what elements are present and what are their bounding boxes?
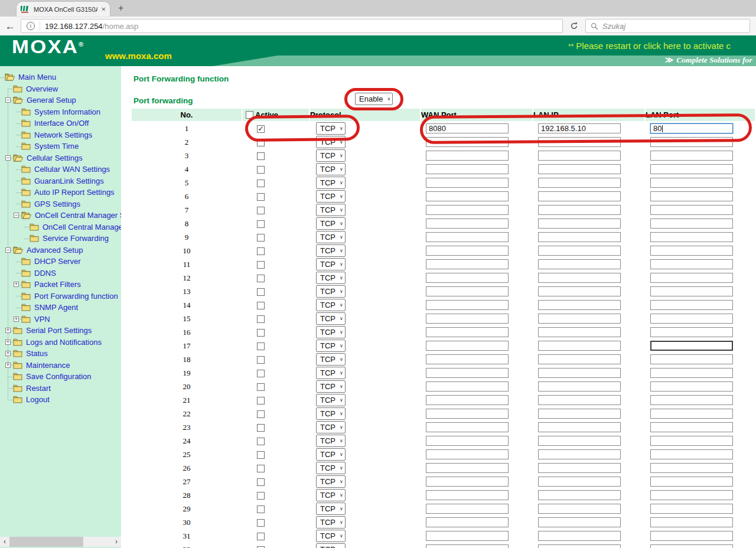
active-checkbox-27[interactable] [257, 478, 265, 486]
sidebar-item-interface-on-off[interactable]: Interface On/Off [0, 118, 121, 129]
sidebar-item-snmp-agent[interactable]: SNMP Agent [0, 302, 121, 314]
port-forwarding-enable-select[interactable]: Enable∨ [355, 93, 393, 105]
protocol-select-10[interactable]: TCP∨ [316, 244, 346, 257]
lan-port-input-11[interactable] [650, 259, 733, 269]
lan-ip-input-27[interactable] [538, 477, 621, 487]
wan-port-input-18[interactable] [426, 354, 509, 364]
wan-port-input-2[interactable] [426, 137, 509, 147]
lan-ip-input-30[interactable] [538, 517, 621, 527]
scrollbar-thumb[interactable] [9, 537, 83, 547]
wan-port-input-24[interactable] [426, 436, 509, 446]
search-input[interactable]: Szukaj [585, 19, 750, 33]
wan-port-input-12[interactable] [426, 273, 509, 283]
lan-port-input-25[interactable] [650, 449, 733, 459]
sidebar-item-status[interactable]: +Status [0, 348, 121, 360]
wan-port-input-10[interactable] [426, 246, 509, 256]
lan-ip-input-8[interactable] [538, 218, 621, 229]
wan-port-input-15[interactable] [426, 314, 509, 324]
active-checkbox-5[interactable] [257, 180, 265, 187]
wan-port-input-14[interactable] [426, 300, 509, 310]
moxa-website-link[interactable]: www.moxa.com [105, 51, 172, 61]
lan-port-input-30[interactable] [650, 517, 733, 527]
lan-ip-input-2[interactable] [538, 137, 621, 147]
protocol-select-28[interactable]: TCP∨ [316, 489, 346, 501]
protocol-select-7[interactable]: TCP∨ [316, 204, 346, 216]
active-checkbox-31[interactable] [257, 533, 265, 540]
sidebar-item-advanced-setup[interactable]: −Advanced Setup [0, 244, 121, 256]
protocol-select-3[interactable]: TCP∨ [316, 149, 346, 162]
expand-icon[interactable]: + [5, 340, 11, 345]
protocol-select-4[interactable]: TCP∨ [316, 163, 346, 175]
wan-port-input-30[interactable] [426, 517, 509, 527]
protocol-select-24[interactable]: TCP∨ [316, 435, 346, 447]
protocol-select-13[interactable]: TCP∨ [316, 285, 346, 298]
protocol-select-26[interactable]: TCP∨ [316, 462, 346, 474]
sidebar-item-packet-filters[interactable]: +Packet Filters [0, 279, 121, 291]
active-checkbox-13[interactable] [257, 288, 265, 296]
expand-icon[interactable]: + [14, 282, 19, 287]
active-checkbox-24[interactable] [257, 438, 265, 445]
wan-port-input-17[interactable] [426, 341, 509, 351]
sidebar-item-logs-and-notifications[interactable]: +Logs and Notifications [0, 337, 121, 348]
protocol-select-8[interactable]: TCP∨ [316, 217, 346, 230]
active-checkbox-9[interactable] [257, 234, 265, 242]
lan-ip-input-14[interactable] [538, 300, 621, 310]
active-checkbox-3[interactable] [257, 152, 265, 160]
sidebar-item-auto-ip-report-settings[interactable]: Auto IP Report Settings [0, 187, 121, 198]
protocol-select-27[interactable]: TCP∨ [316, 475, 346, 488]
lan-ip-input-10[interactable] [538, 246, 621, 256]
active-checkbox-19[interactable] [257, 370, 265, 377]
sidebar-item-port-forwarding-function[interactable]: Port Forwarding function [0, 291, 121, 302]
wan-port-input-1[interactable]: 8080 [426, 123, 509, 133]
protocol-select-14[interactable]: TCP∨ [316, 299, 346, 311]
lan-port-input-23[interactable] [650, 422, 733, 432]
lan-ip-input-26[interactable] [538, 463, 621, 473]
sidebar-item-cellular-wan-settings[interactable]: Cellular WAN Settings [0, 164, 121, 175]
active-checkbox-29[interactable] [257, 505, 265, 513]
sidebar-item-cellular-settings[interactable]: −Cellular Settings [0, 152, 121, 164]
new-tab-icon[interactable]: + [118, 3, 123, 14]
lan-ip-input-23[interactable] [538, 422, 621, 432]
wan-port-input-19[interactable] [426, 368, 509, 378]
expand-icon[interactable]: + [5, 363, 11, 368]
lan-ip-input-17[interactable] [538, 341, 621, 351]
close-icon[interactable]: × [101, 5, 106, 13]
active-checkbox-1[interactable]: ✓ [257, 125, 265, 133]
active-checkbox-15[interactable] [257, 315, 265, 323]
wan-port-input-4[interactable] [426, 164, 509, 174]
active-checkbox-8[interactable] [257, 220, 265, 228]
active-checkbox-18[interactable] [257, 356, 265, 364]
sidebar-item-general-setup[interactable]: −General Setup [0, 94, 121, 106]
active-checkbox-12[interactable] [257, 275, 265, 282]
sidebar-item-oncell-central-manager[interactable]: OnCell Central Manager [0, 221, 121, 233]
protocol-select-12[interactable]: TCP∨ [316, 272, 346, 284]
lan-port-input-2[interactable] [650, 137, 733, 147]
lan-ip-input-31[interactable] [538, 531, 621, 541]
lan-ip-input-4[interactable] [538, 164, 621, 174]
lan-port-input-15[interactable] [650, 314, 733, 324]
lan-ip-input-1[interactable]: 192.168.5.10 [538, 123, 621, 133]
wan-port-input-21[interactable] [426, 395, 509, 405]
collapse-icon[interactable]: − [5, 97, 11, 103]
active-checkbox-23[interactable] [257, 424, 265, 432]
wan-port-input-8[interactable] [426, 218, 509, 229]
lan-ip-input-12[interactable] [538, 273, 621, 283]
lan-port-input-19[interactable] [650, 368, 733, 378]
lan-ip-input-11[interactable] [538, 259, 621, 269]
lan-ip-input-3[interactable] [538, 151, 621, 161]
protocol-select-16[interactable]: TCP∨ [316, 326, 346, 338]
lan-port-input-21[interactable] [650, 395, 733, 405]
lan-port-input-28[interactable] [650, 490, 733, 500]
sidebar-item-ddns[interactable]: DDNS [0, 268, 121, 279]
protocol-select-11[interactable]: TCP∨ [316, 258, 346, 270]
lan-port-input-22[interactable] [650, 409, 733, 419]
lan-ip-input-21[interactable] [538, 395, 621, 405]
active-checkbox-17[interactable] [257, 342, 265, 350]
active-checkbox-16[interactable] [257, 329, 265, 337]
sidebar-item-system-information[interactable]: System Information [0, 106, 121, 118]
lan-ip-input-19[interactable] [538, 368, 621, 378]
lan-ip-input-20[interactable] [538, 381, 621, 392]
lan-ip-input-15[interactable] [538, 314, 621, 324]
wan-port-input-3[interactable] [426, 151, 509, 161]
wan-port-input-31[interactable] [426, 531, 509, 541]
